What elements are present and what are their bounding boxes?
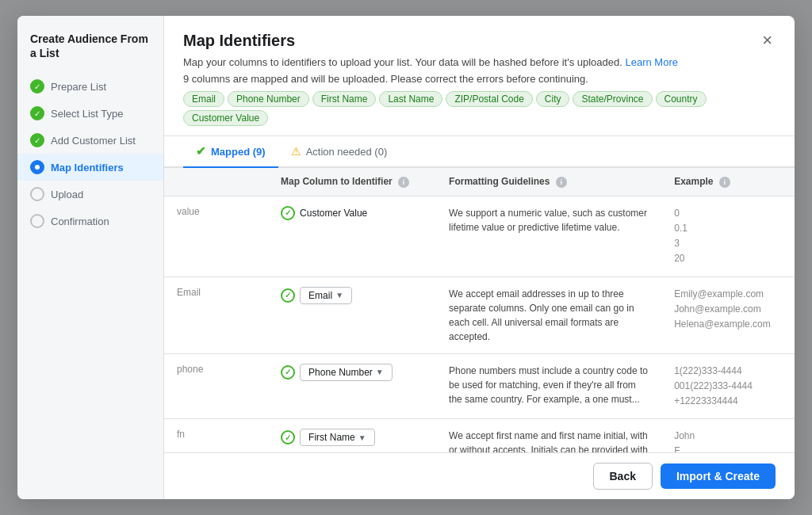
map-column-info-icon[interactable]: i	[398, 177, 409, 188]
main-status: 9 columns are mapped and will be uploade…	[183, 73, 776, 85]
sidebar-item-prepare-list[interactable]: Prepare List	[17, 73, 163, 100]
tab-action-needed[interactable]: ⚠ Action needed (0)	[278, 136, 400, 168]
main-content: Map Identifiers × Map your columns to id…	[164, 16, 795, 499]
identifier-label: Customer Value	[300, 208, 367, 219]
sidebar: Create Audience From a List Prepare List…	[17, 16, 164, 499]
identifier-tag: Last Name	[379, 91, 442, 107]
check-circle-icon	[281, 288, 295, 303]
check-circle-icon	[281, 365, 295, 380]
tag-row: EmailPhone NumberFirst NameLast NameZIP/…	[183, 91, 776, 126]
check-circle-icon	[281, 206, 295, 220]
sidebar-item-select-list-type[interactable]: Select List Type	[17, 100, 163, 127]
source-column: fn	[164, 419, 268, 452]
map-identifier-container: Email ▼	[281, 287, 423, 304]
map-column: First Name ▼	[268, 419, 436, 452]
dropdown-arrow-icon: ▼	[358, 433, 366, 442]
th-formatting: Formatting Guidelines i	[436, 168, 661, 196]
sidebar-item-label: Prepare List	[51, 81, 106, 93]
formatting-info-icon[interactable]: i	[556, 177, 567, 188]
example-column: 1(222)333-4444 001(222)333-4444 +1222333…	[661, 353, 795, 419]
sidebar-item-label: Add Customer List	[51, 135, 136, 147]
sidebar-item-label: Confirmation	[51, 216, 109, 227]
table-row: fnFirst Name ▼We accept first name and f…	[164, 419, 795, 452]
check-circle-icon	[281, 430, 295, 444]
tab-warn-icon: ⚠	[291, 145, 301, 158]
formatting-column: We accept email addresses in up to three…	[436, 277, 661, 353]
table-row: valueCustomer ValueWe support a numeric …	[164, 196, 795, 277]
identifier-tag: Email	[183, 91, 224, 107]
sidebar-item-map-identifiers[interactable]: Map Identifiers	[17, 154, 163, 181]
confirmation-icon	[30, 214, 44, 228]
identifier-tag: ZIP/Postal Code	[446, 91, 532, 107]
map-column: Customer Value	[268, 196, 436, 277]
sidebar-item-label: Map Identifiers	[51, 162, 124, 174]
sidebar-item-add-customer-list[interactable]: Add Customer List	[17, 127, 163, 154]
formatting-column: We support a numeric value, such as cust…	[436, 196, 661, 277]
th-example: Example i	[661, 168, 795, 196]
source-column: phone	[164, 353, 268, 419]
source-column: value	[164, 196, 268, 277]
modal-footer: Back Import & Create	[164, 452, 795, 499]
th-map-column: Map Column to Identifier i	[268, 168, 436, 196]
modal: Create Audience From a List Prepare List…	[17, 16, 795, 499]
identifier-tag: Phone Number	[228, 91, 309, 107]
modal-backdrop: Create Audience From a List Prepare List…	[0, 0, 812, 515]
map-identifiers-icon	[30, 160, 44, 174]
identifier-tag: City	[536, 91, 570, 107]
example-column: Emily@example.com John@example.com Helen…	[661, 277, 795, 353]
identifiers-table: Map Column to Identifier i Formatting Gu…	[164, 168, 795, 452]
tab-mapped-label: Mapped (9)	[211, 146, 266, 158]
dropdown-arrow-icon: ▼	[335, 291, 343, 299]
identifier-tag: Country	[656, 91, 707, 107]
formatting-column: We accept first name and first name init…	[436, 419, 661, 452]
dropdown-arrow-icon: ▼	[376, 368, 384, 376]
add-customer-list-icon	[30, 133, 44, 147]
upload-icon	[30, 187, 44, 201]
example-column: 0 0.1 3 20	[661, 196, 795, 277]
table-row: EmailEmail ▼We accept email addresses in…	[164, 277, 795, 353]
identifier-dropdown[interactable]: Email ▼	[300, 287, 352, 304]
identifier-tag: State/Province	[573, 91, 652, 107]
identifier-dropdown[interactable]: Phone Number ▼	[300, 364, 393, 381]
back-button[interactable]: Back	[593, 463, 653, 490]
close-button[interactable]: ×	[759, 32, 776, 49]
map-column: Phone Number ▼	[268, 353, 436, 419]
sidebar-item-confirmation[interactable]: Confirmation	[17, 208, 163, 235]
learn-more-link[interactable]: Learn More	[626, 56, 678, 68]
sidebar-title: Create Audience From a List	[17, 32, 163, 73]
map-identifier-container: Customer Value	[281, 206, 423, 220]
table-header-row: Map Column to Identifier i Formatting Gu…	[164, 168, 795, 196]
import-create-button[interactable]: Import & Create	[661, 464, 776, 489]
tabs-row: ✔ Mapped (9) ⚠ Action needed (0)	[164, 136, 795, 168]
sidebar-item-label: Upload	[51, 189, 83, 200]
th-blank	[164, 168, 268, 196]
source-column: Email	[164, 277, 268, 353]
example-info-icon[interactable]: i	[719, 177, 730, 188]
main-header: Map Identifiers × Map your columns to id…	[164, 16, 795, 136]
table-area: Map Column to Identifier i Formatting Gu…	[164, 168, 795, 452]
main-description: Map your columns to identifiers to uploa…	[183, 56, 776, 68]
select-list-type-icon	[30, 106, 44, 120]
prepare-list-icon	[30, 79, 44, 93]
main-title: Map Identifiers	[183, 32, 295, 50]
identifier-tag: First Name	[312, 91, 377, 107]
sidebar-item-label: Select List Type	[51, 108, 124, 120]
identifier-tag: Customer Value	[183, 110, 268, 126]
tab-action-needed-label: Action needed (0)	[306, 146, 388, 158]
identifier-dropdown[interactable]: First Name ▼	[300, 429, 375, 446]
example-column: John F. Emily	[661, 419, 795, 452]
map-identifier-container: First Name ▼	[281, 429, 423, 446]
table-row: phonePhone Number ▼Phone numbers must in…	[164, 353, 795, 419]
map-column: Email ▼	[268, 277, 436, 353]
formatting-column: Phone numbers must include a country cod…	[436, 353, 661, 419]
map-identifier-container: Phone Number ▼	[281, 364, 423, 381]
sidebar-item-upload[interactable]: Upload	[17, 181, 163, 208]
tab-check-icon: ✔	[196, 144, 206, 158]
tab-mapped[interactable]: ✔ Mapped (9)	[183, 136, 278, 168]
